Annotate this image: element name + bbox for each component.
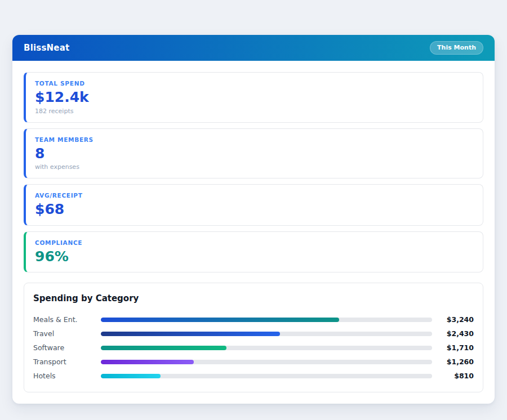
category-label: Software [33, 343, 101, 352]
bar-fill [101, 374, 161, 378]
bar-fill [101, 346, 226, 350]
category-amount: $3,240 [438, 315, 474, 324]
category-label: Hotels [33, 372, 101, 380]
category-row-transport: Transport $1,260 [33, 355, 474, 369]
stat-value: $68 [35, 202, 474, 217]
period-badge[interactable]: This Month [430, 41, 483, 54]
bar-fill [101, 360, 194, 364]
stat-value: $12.4k [35, 90, 474, 105]
section-title: Spending by Category [33, 293, 474, 303]
category-row-meals: Meals & Ent. $3,240 [33, 312, 474, 327]
stat-label: TOTAL SPEND [35, 80, 474, 87]
category-label: Transport [33, 358, 101, 366]
bar-track [101, 346, 432, 350]
category-row-travel: Travel $2,430 [33, 327, 474, 341]
stat-card-team-members: TEAM MEMBERS 8 with expenses [24, 128, 483, 179]
stat-label: AVG/RECEIPT [35, 192, 474, 199]
stat-card-avg-receipt: AVG/RECEIPT $68 [24, 184, 483, 226]
bar-fill [101, 318, 339, 322]
stat-label: TEAM MEMBERS [35, 136, 474, 143]
dashboard-card: BlissNeat This Month TOTAL SPEND $12.4k … [12, 35, 495, 404]
bar-track [101, 332, 432, 336]
category-amount: $2,430 [438, 329, 474, 338]
spending-by-category-card: Spending by Category Meals & Ent. $3,240… [24, 283, 483, 392]
dashboard-content: TOTAL SPEND $12.4k 182 receipts TEAM MEM… [12, 61, 495, 404]
stat-card-compliance: COMPLIANCE 96% [24, 231, 483, 273]
category-label: Meals & Ent. [33, 315, 101, 324]
stat-card-total-spend: TOTAL SPEND $12.4k 182 receipts [24, 72, 483, 123]
category-row-hotels: Hotels $810 [33, 369, 474, 383]
stat-value: 8 [35, 146, 474, 162]
header: BlissNeat This Month [12, 35, 495, 61]
category-label: Travel [33, 329, 101, 338]
stat-subtext: 182 receipts [35, 108, 474, 114]
bar-track [101, 360, 432, 364]
stat-subtext: with expenses [35, 164, 474, 170]
category-row-software: Software $1,710 [33, 341, 474, 355]
category-amount: $1,260 [438, 358, 474, 366]
bar-track [101, 318, 432, 322]
bar-fill [101, 332, 280, 336]
stat-label: COMPLIANCE [35, 239, 474, 246]
app-title: BlissNeat [24, 43, 69, 53]
stats-list: TOTAL SPEND $12.4k 182 receipts TEAM MEM… [24, 72, 483, 272]
bar-track [101, 374, 432, 378]
category-amount: $810 [438, 372, 474, 380]
stat-value: 96% [35, 249, 474, 265]
category-amount: $1,710 [438, 343, 474, 352]
